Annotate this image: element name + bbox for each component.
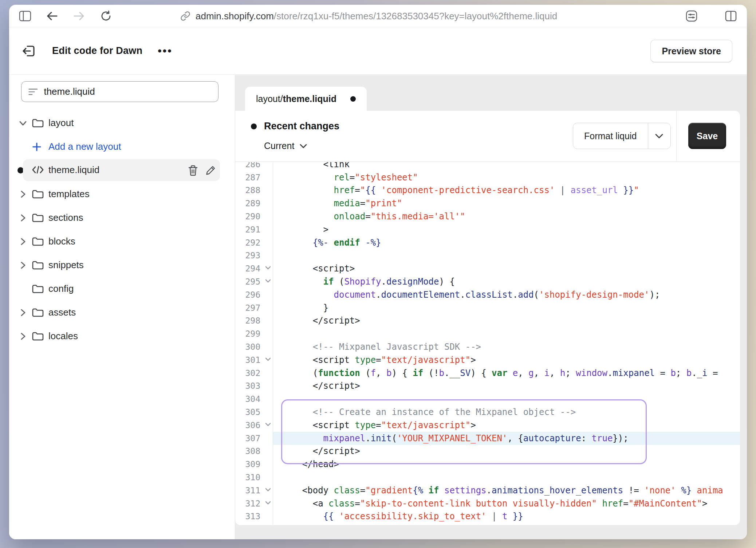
code-text[interactable]: <script> bbox=[273, 262, 740, 275]
code-text[interactable]: > bbox=[273, 223, 740, 236]
code-line-292[interactable]: 292 {%- endif -%} bbox=[235, 236, 740, 249]
reload-icon[interactable] bbox=[98, 8, 114, 24]
code-line-305[interactable]: 305 <!-- Create an instance of the Mixpa… bbox=[235, 406, 740, 419]
code-text[interactable] bbox=[273, 471, 740, 484]
code-text[interactable]: (function (f, b) { if (!b.__SV) { var e,… bbox=[273, 367, 740, 380]
code-text[interactable]: </script> bbox=[273, 445, 740, 458]
format-liquid-button[interactable]: Format liquid bbox=[573, 123, 671, 149]
chevron-right-icon[interactable] bbox=[17, 332, 28, 341]
preview-store-button[interactable]: Preview store bbox=[650, 40, 732, 62]
code-line-300[interactable]: 300 <!-- Mixpanel Javascript SDK --> bbox=[235, 340, 740, 353]
code-line-287[interactable]: 287 rel="stylesheet" bbox=[235, 171, 740, 184]
tab-theme-liquid[interactable]: layout/theme.liquid bbox=[245, 87, 367, 111]
code-line-311[interactable]: 311 <body class="gradient{% if settings.… bbox=[235, 484, 740, 497]
code-line-299[interactable]: 299 bbox=[235, 327, 740, 340]
code-text[interactable]: <!-- Create an instance of the Mixpanel … bbox=[273, 406, 740, 419]
code-text[interactable]: if (Shopify.designMode) { bbox=[273, 275, 740, 288]
code-text[interactable]: <body class="gradient{% if settings.anim… bbox=[273, 484, 740, 497]
chevron-right-icon[interactable] bbox=[17, 308, 28, 317]
fold-chevron-icon[interactable] bbox=[265, 501, 271, 505]
code-line-307[interactable]: 307 mixpanel.init('YOUR_MIXPANEL_TOKEN',… bbox=[235, 432, 740, 445]
fold-chevron-icon[interactable] bbox=[265, 279, 271, 283]
code-line-303[interactable]: 303 </script> bbox=[235, 380, 740, 393]
address-bar[interactable]: admin.shopify.com/store/rzq1xu-f5/themes… bbox=[180, 5, 557, 27]
chevron-right-icon[interactable] bbox=[17, 261, 28, 270]
exit-editor-icon[interactable] bbox=[21, 43, 38, 59]
code-text[interactable]: <link bbox=[273, 162, 740, 171]
code-text[interactable]: onload="this.media='all'" bbox=[273, 210, 740, 223]
chevron-right-icon[interactable] bbox=[17, 189, 28, 199]
sidebar-item-snippets[interactable]: snippets bbox=[9, 253, 235, 277]
code-text[interactable]: </a> bbox=[273, 523, 740, 525]
version-dropdown[interactable]: Current bbox=[264, 141, 307, 151]
code-text[interactable]: <!-- Mixpanel Javascript SDK --> bbox=[273, 340, 740, 353]
fold-chevron-icon[interactable] bbox=[265, 266, 271, 270]
code-line-291[interactable]: 291 > bbox=[235, 223, 740, 236]
code-text[interactable]: {{ 'accessibility.skip_to_text' | t }} bbox=[273, 510, 740, 523]
code-line-304[interactable]: 304 bbox=[235, 392, 740, 406]
code-line-306[interactable]: 306 <script type="text/javascript"> bbox=[235, 419, 740, 432]
chevron-right-icon[interactable] bbox=[17, 213, 28, 223]
code-line-295[interactable]: 295 if (Shopify.designMode) { bbox=[235, 275, 740, 288]
rename-file-icon[interactable] bbox=[204, 164, 217, 177]
code-line-286[interactable]: 286 <link bbox=[235, 162, 740, 171]
chevron-down-icon[interactable] bbox=[17, 120, 28, 126]
sidebar-item-blocks[interactable]: blocks bbox=[9, 230, 235, 253]
code-line-312[interactable]: 312 <a class="skip-to-content-link butto… bbox=[235, 497, 740, 510]
code-text[interactable]: document.documentElement.classList.add('… bbox=[273, 288, 740, 301]
code-text[interactable] bbox=[273, 249, 740, 262]
sidebar-item-sections[interactable]: sections bbox=[9, 206, 235, 230]
code-text[interactable]: mixpanel.init('YOUR_MIXPANEL_TOKEN', {au… bbox=[273, 432, 740, 445]
file-theme-liquid[interactable]: theme.liquid bbox=[23, 159, 220, 181]
code-text[interactable]: </script> bbox=[273, 380, 740, 393]
code-editor[interactable]: 286 <link287 rel="stylesheet"288 href="{… bbox=[235, 162, 740, 525]
code-line-310[interactable]: 310 bbox=[235, 471, 740, 484]
code-text[interactable] bbox=[273, 392, 740, 406]
sidebar-item-templates[interactable]: templates bbox=[9, 182, 235, 206]
delete-file-icon[interactable] bbox=[186, 164, 200, 177]
sidebar-item-assets[interactable]: assets bbox=[9, 301, 235, 324]
sidebar-item-locales[interactable]: locales bbox=[9, 324, 235, 348]
sidebar-item-config[interactable]: config bbox=[9, 277, 235, 301]
fold-chevron-icon[interactable] bbox=[265, 357, 271, 361]
add-new-layout-link[interactable]: Add a new layout bbox=[9, 135, 235, 158]
save-button[interactable]: Save bbox=[688, 123, 726, 149]
code-text[interactable]: rel="stylesheet" bbox=[273, 171, 740, 184]
code-line-293[interactable]: 293 bbox=[235, 249, 740, 262]
code-line-294[interactable]: 294 <script> bbox=[235, 262, 740, 275]
code-line-297[interactable]: 297 } bbox=[235, 301, 740, 314]
code-line-298[interactable]: 298 </script> bbox=[235, 314, 740, 328]
code-text[interactable]: <script type="text/javascript"> bbox=[273, 419, 740, 432]
code-text[interactable]: <a class="skip-to-content-link button vi… bbox=[273, 497, 740, 510]
code-text[interactable]: </head> bbox=[273, 458, 740, 471]
code-line-288[interactable]: 288 href="{{ 'component-predictive-searc… bbox=[235, 184, 740, 197]
file-search[interactable] bbox=[21, 81, 218, 102]
fold-chevron-icon[interactable] bbox=[265, 422, 271, 427]
more-actions-icon[interactable]: ••• bbox=[158, 45, 173, 57]
extensions-icon[interactable] bbox=[684, 8, 700, 24]
search-input[interactable] bbox=[44, 86, 212, 97]
code-text[interactable]: {%- endif -%} bbox=[273, 236, 740, 249]
fold-chevron-icon[interactable] bbox=[265, 488, 271, 492]
code-line-302[interactable]: 302 (function (f, b) { if (!b.__SV) { va… bbox=[235, 367, 740, 380]
code-text[interactable]: href="{{ 'component-predictive-search.cs… bbox=[273, 184, 740, 197]
code-line-313[interactable]: 313 {{ 'accessibility.skip_to_text' | t … bbox=[235, 510, 740, 523]
sidebar-toggle-icon[interactable] bbox=[17, 8, 33, 24]
code-line-309[interactable]: 309 </head> bbox=[235, 458, 740, 471]
code-text[interactable]: } bbox=[273, 301, 740, 314]
split-view-icon[interactable] bbox=[723, 8, 739, 24]
format-liquid-caret[interactable] bbox=[648, 123, 670, 149]
code-line-308[interactable]: 308 </script> bbox=[235, 445, 740, 458]
sidebar-item-layout[interactable]: layout bbox=[9, 111, 235, 135]
code-text[interactable] bbox=[273, 327, 740, 340]
chevron-right-icon[interactable] bbox=[17, 237, 28, 246]
code-line-290[interactable]: 290 onload="this.media='all'" bbox=[235, 210, 740, 223]
code-text[interactable]: media="print" bbox=[273, 197, 740, 210]
code-line-314[interactable]: 314 </a> bbox=[235, 523, 740, 525]
code-line-289[interactable]: 289 media="print" bbox=[235, 197, 740, 210]
back-icon[interactable] bbox=[44, 8, 60, 24]
code-line-296[interactable]: 296 document.documentElement.classList.a… bbox=[235, 288, 740, 301]
forward-icon[interactable] bbox=[71, 8, 87, 24]
code-text[interactable]: <script type="text/javascript"> bbox=[273, 353, 740, 367]
code-text[interactable]: </script> bbox=[273, 314, 740, 328]
